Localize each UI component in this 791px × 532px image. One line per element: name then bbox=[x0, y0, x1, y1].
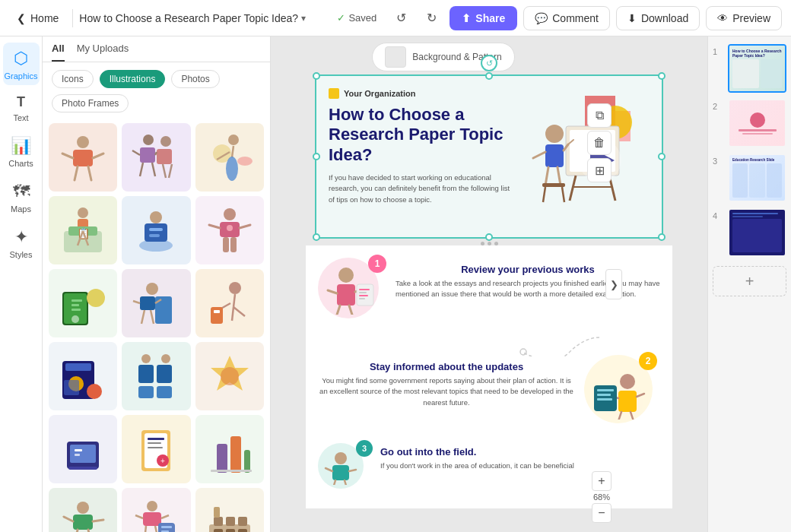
next-arrow[interactable]: ❯ bbox=[605, 269, 622, 299]
slide-thumbnail-2[interactable] bbox=[728, 99, 786, 147]
handle-bm[interactable] bbox=[485, 233, 493, 241]
rotate-handle[interactable]: ↺ bbox=[481, 55, 497, 71]
list-item[interactable] bbox=[195, 488, 264, 532]
comment-button[interactable]: 💬 Comment bbox=[523, 6, 610, 30]
zoom-in-button[interactable]: + bbox=[592, 471, 612, 491]
undo-button[interactable]: ↺ bbox=[389, 6, 413, 30]
more-options-button[interactable]: ⊞ bbox=[587, 158, 612, 182]
bg-pattern-bar: Background & Pattern bbox=[271, 43, 616, 71]
svg-point-21 bbox=[226, 157, 238, 181]
copy-button[interactable]: ⧉ bbox=[587, 103, 612, 128]
svg-rect-133 bbox=[542, 183, 565, 187]
list-item[interactable] bbox=[122, 123, 190, 192]
list-item[interactable] bbox=[122, 269, 190, 337]
sidebar-item-text[interactable]: T Text bbox=[3, 88, 40, 127]
list-item[interactable] bbox=[49, 342, 117, 410]
svg-rect-50 bbox=[155, 296, 172, 324]
handle-bl[interactable] bbox=[313, 233, 320, 241]
canvas-area[interactable]: Background & Pattern ↺ bbox=[271, 36, 707, 532]
tab-all[interactable]: All bbox=[52, 43, 65, 62]
share-label: Share bbox=[475, 12, 505, 24]
slide-thumbnail-3[interactable]: Education Research Slide bbox=[728, 154, 786, 202]
svg-line-5 bbox=[88, 166, 91, 180]
svg-rect-91 bbox=[211, 470, 252, 472]
svg-rect-109 bbox=[214, 517, 223, 526]
sidebar-item-styles[interactable]: ✦ Styles bbox=[3, 221, 40, 264]
home-button[interactable]: ❮ Home bbox=[9, 8, 66, 29]
handle-br[interactable] bbox=[658, 233, 666, 241]
svg-rect-106 bbox=[161, 526, 172, 528]
illustration-grid: 📋 bbox=[43, 120, 270, 532]
slide-thumbnail-1[interactable]: How to Choose a Research Paper Topic Ide… bbox=[728, 44, 786, 93]
svg-rect-46 bbox=[71, 309, 81, 311]
section2-illustration: 2 bbox=[584, 355, 660, 431]
maps-icon: 🗺 bbox=[13, 182, 30, 201]
bg-thumbnail[interactable] bbox=[385, 46, 406, 68]
svg-text:+: + bbox=[161, 457, 166, 465]
add-slide-button[interactable]: + bbox=[713, 266, 786, 296]
handle-tr[interactable] bbox=[658, 72, 666, 80]
main-area: ⬡ Graphics T Text 📊 Charts 🗺 Maps ✦ Styl… bbox=[0, 36, 791, 532]
share-button[interactable]: ⬆ Share bbox=[450, 6, 517, 30]
check-icon: ✓ bbox=[337, 12, 345, 24]
slide-thumbnail-4[interactable] bbox=[728, 208, 786, 257]
title-chevron-icon[interactable]: ▾ bbox=[301, 13, 306, 24]
list-item[interactable] bbox=[122, 196, 190, 264]
sidebar-item-maps[interactable]: 🗺 Maps bbox=[3, 176, 40, 218]
list-item[interactable]: + bbox=[122, 415, 190, 483]
svg-rect-115 bbox=[214, 507, 220, 518]
handle-tl[interactable] bbox=[313, 72, 320, 80]
list-item[interactable] bbox=[195, 196, 264, 264]
svg-point-147 bbox=[520, 349, 526, 355]
filter-photo-frames[interactable]: Photo Frames bbox=[52, 94, 129, 112]
header-illustration bbox=[524, 88, 646, 225]
svg-line-141 bbox=[349, 306, 352, 315]
preview-button[interactable]: 👁 Preview bbox=[706, 6, 782, 30]
list-item[interactable] bbox=[195, 342, 264, 410]
svg-rect-150 bbox=[618, 391, 637, 412]
filter-photos[interactable]: Photos bbox=[171, 70, 219, 88]
svg-line-163 bbox=[333, 480, 335, 485]
list-item[interactable] bbox=[195, 123, 264, 192]
document-title[interactable]: How to Choose a Research Paper Topic Ide… bbox=[79, 12, 298, 24]
sidebar-item-graphics[interactable]: ⬡ Graphics bbox=[3, 43, 40, 85]
list-item[interactable] bbox=[49, 269, 117, 337]
list-item[interactable] bbox=[122, 488, 190, 532]
svg-point-55 bbox=[229, 282, 241, 294]
svg-point-7 bbox=[160, 136, 171, 147]
svg-line-51 bbox=[133, 301, 140, 303]
svg-point-6 bbox=[143, 135, 154, 145]
svg-line-54 bbox=[151, 310, 154, 324]
svg-rect-146 bbox=[359, 298, 365, 299]
download-button[interactable]: ⬇ Download bbox=[616, 6, 700, 30]
list-item[interactable]: 📋 bbox=[49, 196, 117, 264]
slide-title: How to Choose a Research Paper Topic Ide… bbox=[329, 105, 514, 165]
svg-line-10 bbox=[132, 150, 140, 155]
redo-button[interactable]: ↻ bbox=[419, 6, 443, 30]
list-item[interactable] bbox=[49, 415, 117, 483]
svg-rect-67 bbox=[138, 365, 154, 383]
list-item[interactable] bbox=[122, 342, 190, 410]
handle-tm[interactable] bbox=[485, 72, 493, 80]
svg-line-11 bbox=[155, 152, 157, 155]
list-item[interactable] bbox=[195, 415, 264, 483]
list-item[interactable] bbox=[49, 488, 117, 532]
zoom-out-button[interactable]: − bbox=[592, 503, 612, 523]
sidebar-item-charts[interactable]: 📊 Charts bbox=[3, 130, 40, 173]
svg-rect-63 bbox=[65, 363, 91, 371]
svg-point-43 bbox=[87, 289, 105, 307]
resize-handle-bar[interactable] bbox=[315, 242, 663, 245]
svg-rect-160 bbox=[332, 465, 349, 480]
svg-rect-84 bbox=[148, 442, 161, 444]
delete-button[interactable]: 🗑 bbox=[587, 131, 612, 155]
tab-my-uploads[interactable]: My Uploads bbox=[77, 43, 129, 62]
handle-mr[interactable] bbox=[658, 153, 666, 160]
list-item[interactable] bbox=[195, 269, 264, 337]
handle-ml[interactable] bbox=[313, 153, 320, 160]
slide-thumb-row-3: 3 Education Research Slide bbox=[713, 154, 786, 202]
svg-line-138 bbox=[328, 290, 337, 293]
panel-tabs: All My Uploads bbox=[43, 36, 270, 62]
list-item[interactable] bbox=[49, 123, 117, 192]
filter-icons[interactable]: Icons bbox=[52, 70, 94, 88]
filter-illustrations[interactable]: Illustrations bbox=[100, 70, 166, 88]
